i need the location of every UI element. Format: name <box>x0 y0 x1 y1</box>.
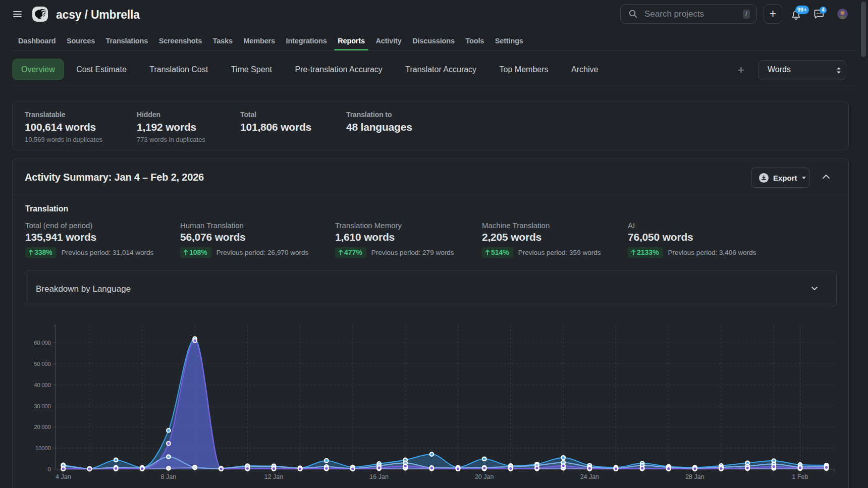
svg-text:12 Jan: 12 Jan <box>264 473 284 480</box>
svg-text:10000: 10000 <box>35 445 50 451</box>
svg-text:0: 0 <box>47 466 50 472</box>
svg-text:50 000: 50 000 <box>34 361 50 367</box>
svg-text:1 Feb: 1 Feb <box>792 473 808 480</box>
svg-text:16 Jan: 16 Jan <box>369 473 389 480</box>
svg-text:4 Jan: 4 Jan <box>56 473 71 480</box>
svg-text:60 000: 60 000 <box>34 340 50 346</box>
svg-text:20 Jan: 20 Jan <box>475 473 494 480</box>
svg-text:8 Jan: 8 Jan <box>161 473 177 480</box>
svg-text:24 Jan: 24 Jan <box>580 473 600 480</box>
svg-text:28 Jan: 28 Jan <box>685 473 704 480</box>
svg-text:20 000: 20 000 <box>34 424 50 430</box>
svg-text:40 000: 40 000 <box>34 382 50 388</box>
svg-text:30 000: 30 000 <box>34 403 50 409</box>
